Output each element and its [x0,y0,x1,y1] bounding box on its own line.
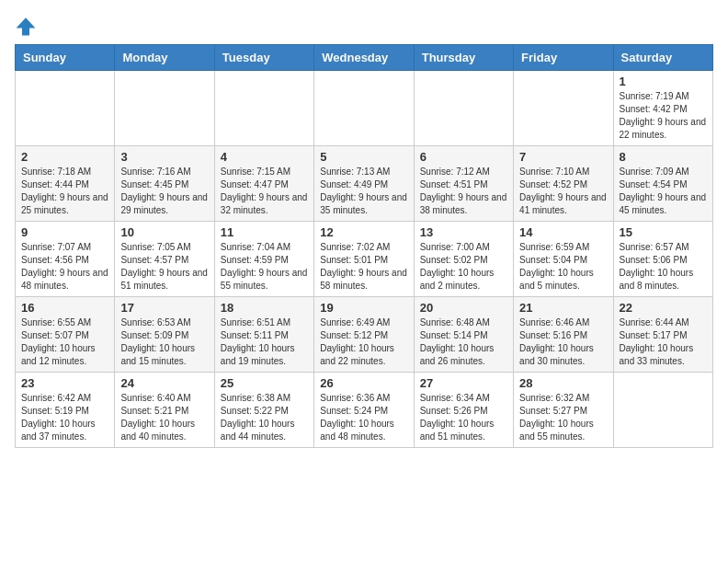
calendar-table: SundayMondayTuesdayWednesdayThursdayFrid… [15,44,713,448]
day-detail: Sunrise: 6:57 AM Sunset: 5:06 PM Dayligh… [620,241,707,293]
day-detail: Sunrise: 6:36 AM Sunset: 5:24 PM Dayligh… [320,392,407,443]
svg-marker-0 [17,17,36,35]
calendar-cell: 6Sunrise: 7:12 AM Sunset: 4:51 PM Daylig… [414,146,513,222]
calendar-cell [314,71,414,146]
day-detail: Sunrise: 7:19 AM Sunset: 4:42 PM Dayligh… [620,90,707,142]
column-header-sunday: Sunday [16,45,115,71]
calendar-cell: 23Sunrise: 6:42 AM Sunset: 5:19 PM Dayli… [16,373,115,448]
day-detail: Sunrise: 7:04 AM Sunset: 4:59 PM Dayligh… [221,241,308,293]
day-detail: Sunrise: 6:40 AM Sunset: 5:21 PM Dayligh… [120,392,208,443]
day-number: 8 [620,150,707,164]
calendar-cell: 24Sunrise: 6:40 AM Sunset: 5:21 PM Dayli… [115,373,214,448]
day-number: 3 [120,150,208,164]
day-detail: Sunrise: 7:18 AM Sunset: 4:44 PM Dayligh… [21,166,108,217]
calendar-cell: 15Sunrise: 6:57 AM Sunset: 5:06 PM Dayli… [613,222,712,297]
calendar-cell [214,71,313,146]
day-detail: Sunrise: 6:44 AM Sunset: 5:17 PM Dayligh… [620,316,707,368]
calendar-cell: 19Sunrise: 6:49 AM Sunset: 5:12 PM Dayli… [314,297,414,373]
day-number: 10 [120,225,208,239]
calendar-cell: 21Sunrise: 6:46 AM Sunset: 5:16 PM Dayli… [514,297,613,373]
column-header-thursday: Thursday [414,45,513,71]
calendar-cell [613,373,712,448]
day-number: 18 [221,301,308,315]
calendar-header-row: SundayMondayTuesdayWednesdayThursdayFrid… [16,45,713,71]
day-number: 22 [620,301,707,315]
calendar-cell [16,71,115,146]
day-number: 4 [221,150,308,164]
day-number: 9 [21,225,108,239]
calendar-cell: 9Sunrise: 7:07 AM Sunset: 4:56 PM Daylig… [16,222,115,297]
day-number: 25 [221,376,308,390]
day-detail: Sunrise: 6:42 AM Sunset: 5:19 PM Dayligh… [21,392,108,443]
day-number: 1 [620,75,707,88]
day-detail: Sunrise: 7:12 AM Sunset: 4:51 PM Dayligh… [420,166,507,217]
calendar-cell: 17Sunrise: 6:53 AM Sunset: 5:09 PM Dayli… [115,297,214,373]
day-number: 2 [21,150,108,164]
day-number: 23 [21,376,108,390]
calendar-cell: 7Sunrise: 7:10 AM Sunset: 4:52 PM Daylig… [514,146,613,222]
calendar-cell: 10Sunrise: 7:05 AM Sunset: 4:57 PM Dayli… [115,222,214,297]
day-number: 6 [420,150,507,164]
day-number: 17 [120,301,208,315]
day-detail: Sunrise: 6:55 AM Sunset: 5:07 PM Dayligh… [21,316,108,368]
column-header-friday: Friday [514,45,613,71]
calendar-cell: 22Sunrise: 6:44 AM Sunset: 5:17 PM Dayli… [613,297,712,373]
calendar-cell: 25Sunrise: 6:38 AM Sunset: 5:22 PM Dayli… [214,373,313,448]
calendar-cell: 8Sunrise: 7:09 AM Sunset: 4:54 PM Daylig… [613,146,712,222]
calendar-cell: 4Sunrise: 7:15 AM Sunset: 4:47 PM Daylig… [214,146,313,222]
day-detail: Sunrise: 7:05 AM Sunset: 4:57 PM Dayligh… [120,241,208,293]
day-number: 20 [420,301,507,315]
day-number: 21 [519,301,607,315]
calendar-cell: 13Sunrise: 7:00 AM Sunset: 5:02 PM Dayli… [414,222,513,297]
day-detail: Sunrise: 6:51 AM Sunset: 5:11 PM Dayligh… [221,316,308,368]
day-number: 7 [519,150,607,164]
column-header-saturday: Saturday [613,45,712,71]
day-number: 13 [420,225,507,239]
day-detail: Sunrise: 7:02 AM Sunset: 5:01 PM Dayligh… [320,241,407,293]
calendar-cell [514,71,613,146]
calendar-cell [414,71,513,146]
day-number: 12 [320,225,407,239]
day-number: 11 [221,225,308,239]
calendar-cell: 20Sunrise: 6:48 AM Sunset: 5:14 PM Dayli… [414,297,513,373]
calendar-cell: 3Sunrise: 7:16 AM Sunset: 4:45 PM Daylig… [115,146,214,222]
day-detail: Sunrise: 7:16 AM Sunset: 4:45 PM Dayligh… [120,166,208,217]
calendar-cell [115,71,214,146]
day-detail: Sunrise: 6:38 AM Sunset: 5:22 PM Dayligh… [221,392,308,443]
logo-icon [15,15,37,37]
calendar-week-4: 16Sunrise: 6:55 AM Sunset: 5:07 PM Dayli… [16,297,713,373]
day-number: 26 [320,376,407,390]
calendar-week-5: 23Sunrise: 6:42 AM Sunset: 5:19 PM Dayli… [16,373,713,448]
day-detail: Sunrise: 6:53 AM Sunset: 5:09 PM Dayligh… [120,316,208,368]
day-number: 5 [320,150,407,164]
day-detail: Sunrise: 7:10 AM Sunset: 4:52 PM Dayligh… [519,166,607,217]
column-header-monday: Monday [115,45,214,71]
day-detail: Sunrise: 7:00 AM Sunset: 5:02 PM Dayligh… [420,241,507,293]
day-detail: Sunrise: 6:48 AM Sunset: 5:14 PM Dayligh… [420,316,507,368]
day-number: 24 [120,376,208,390]
page-header [15,15,713,37]
calendar-cell: 26Sunrise: 6:36 AM Sunset: 5:24 PM Dayli… [314,373,414,448]
column-header-tuesday: Tuesday [214,45,313,71]
calendar-cell: 2Sunrise: 7:18 AM Sunset: 4:44 PM Daylig… [16,146,115,222]
day-detail: Sunrise: 7:07 AM Sunset: 4:56 PM Dayligh… [21,241,108,293]
column-header-wednesday: Wednesday [314,45,414,71]
calendar-cell: 12Sunrise: 7:02 AM Sunset: 5:01 PM Dayli… [314,222,414,297]
calendar-cell: 18Sunrise: 6:51 AM Sunset: 5:11 PM Dayli… [214,297,313,373]
calendar-cell: 27Sunrise: 6:34 AM Sunset: 5:26 PM Dayli… [414,373,513,448]
day-detail: Sunrise: 7:15 AM Sunset: 4:47 PM Dayligh… [221,166,308,217]
logo [15,15,40,37]
calendar-cell: 14Sunrise: 6:59 AM Sunset: 5:04 PM Dayli… [514,222,613,297]
day-number: 14 [519,225,607,239]
day-detail: Sunrise: 7:09 AM Sunset: 4:54 PM Dayligh… [620,166,707,217]
calendar-week-2: 2Sunrise: 7:18 AM Sunset: 4:44 PM Daylig… [16,146,713,222]
day-number: 16 [21,301,108,315]
day-number: 19 [320,301,407,315]
day-number: 15 [620,225,707,239]
calendar-week-1: 1Sunrise: 7:19 AM Sunset: 4:42 PM Daylig… [16,71,713,146]
day-detail: Sunrise: 6:34 AM Sunset: 5:26 PM Dayligh… [420,392,507,443]
calendar-week-3: 9Sunrise: 7:07 AM Sunset: 4:56 PM Daylig… [16,222,713,297]
calendar-cell: 28Sunrise: 6:32 AM Sunset: 5:27 PM Dayli… [514,373,613,448]
day-detail: Sunrise: 6:32 AM Sunset: 5:27 PM Dayligh… [519,392,607,443]
day-number: 27 [420,376,507,390]
